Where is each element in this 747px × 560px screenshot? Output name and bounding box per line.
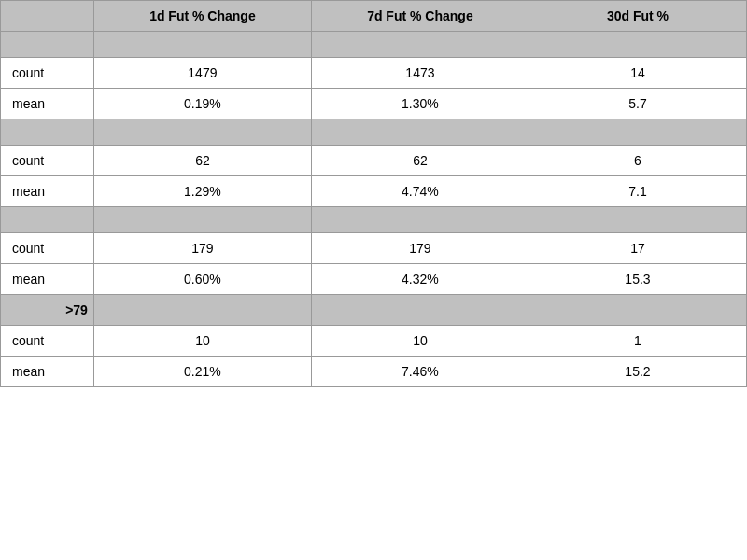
group-spacer-col1-3 [93,295,311,326]
cell-col2-1-0: 62 [311,146,529,176]
col1-header: 1d Fut % Change [93,1,311,32]
row-label-2-0: count [1,233,94,264]
cell-col3-0-0: 14 [529,58,746,89]
corner-header [1,1,94,32]
cell-col2-1-1: 4.74% [311,176,529,207]
table-row: mean 1.29% 4.74% 7.1 [1,176,747,207]
cell-col2-3-0: 10 [311,326,529,357]
group-label-0 [1,32,94,58]
table-row: count 1479 1473 14 [1,58,747,89]
cell-col3-0-1: 5.7 [529,89,746,119]
cell-col1-1-1: 1.29% [93,176,311,207]
col2-header: 7d Fut % Change [311,1,529,32]
group-label-2 [1,207,94,233]
group-spacer-col2-1 [311,119,529,146]
group-header-2 [1,207,747,233]
table-row: count 179 179 17 [1,233,747,264]
group-header-1 [1,119,747,146]
cell-col1-2-1: 0.60% [93,264,311,295]
cell-col2-2-1: 4.32% [311,264,529,295]
group-spacer-col1-2 [93,207,311,233]
group-spacer-col2-3 [311,295,529,326]
table-row: mean 0.19% 1.30% 5.7 [1,89,747,119]
cell-col1-0-0: 1479 [93,58,311,89]
row-label-0-0: count [1,58,94,89]
group-spacer-col3-3 [529,295,746,326]
cell-col3-1-0: 6 [529,146,746,176]
row-label-3-1: mean [1,357,94,387]
group-spacer-col1-1 [93,119,311,146]
group-spacer-col3-1 [529,119,746,146]
group-spacer-col2-0 [311,32,529,58]
data-table: 1d Fut % Change 7d Fut % Change 30d Fut … [0,0,747,387]
group-label-3: >79 [1,295,94,326]
row-label-3-0: count [1,326,94,357]
group-spacer-col1-0 [93,32,311,58]
cell-col3-1-1: 7.1 [529,176,746,207]
cell-col3-3-0: 1 [529,326,746,357]
cell-col3-2-1: 15.3 [529,264,746,295]
table-container: 1d Fut % Change 7d Fut % Change 30d Fut … [0,0,747,560]
table-row: count 10 10 1 [1,326,747,357]
cell-col2-3-1: 7.46% [311,357,529,387]
row-label-2-1: mean [1,264,94,295]
table-row: count 62 62 6 [1,146,747,176]
row-label-0-1: mean [1,89,94,119]
group-spacer-col3-2 [529,207,746,233]
cell-col1-0-1: 0.19% [93,89,311,119]
cell-col3-3-1: 15.2 [529,357,746,387]
group-spacer-col3-0 [529,32,746,58]
cell-col1-3-0: 10 [93,326,311,357]
cell-col1-3-1: 0.21% [93,357,311,387]
table-row: mean 0.60% 4.32% 15.3 [1,264,747,295]
row-label-1-0: count [1,146,94,176]
cell-col2-2-0: 179 [311,233,529,264]
col3-header: 30d Fut % [529,1,746,32]
cell-col3-2-0: 17 [529,233,746,264]
cell-col2-0-0: 1473 [311,58,529,89]
cell-col1-2-0: 179 [93,233,311,264]
group-label-1 [1,119,94,146]
cell-col2-0-1: 1.30% [311,89,529,119]
group-header-3: >79 [1,295,747,326]
group-header-0 [1,32,747,58]
cell-col1-1-0: 62 [93,146,311,176]
row-label-1-1: mean [1,176,94,207]
table-row: mean 0.21% 7.46% 15.2 [1,357,747,387]
group-spacer-col2-2 [311,207,529,233]
